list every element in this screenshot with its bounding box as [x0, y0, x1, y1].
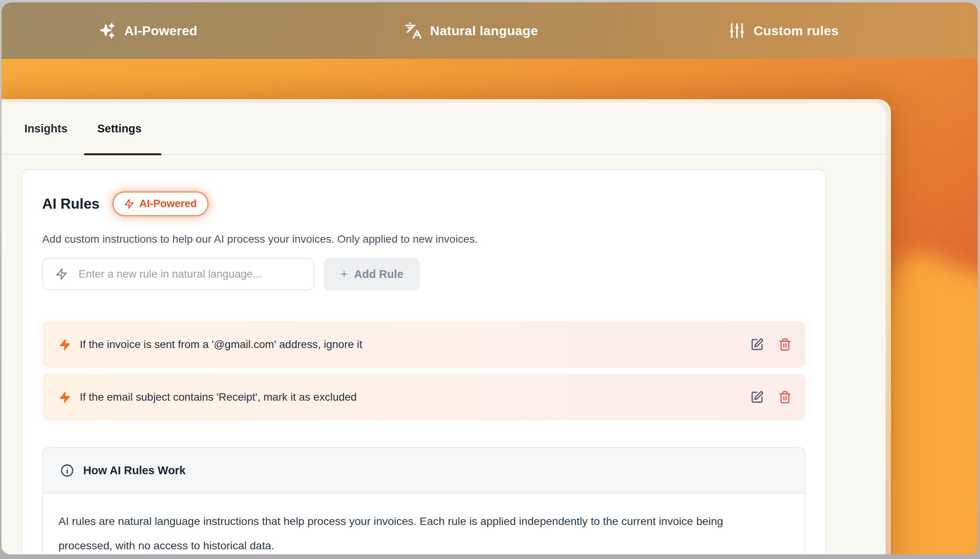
ai-rules-card: AI Rules AI-Powered Add custom instructi… — [21, 169, 826, 554]
zap-icon — [58, 338, 71, 351]
info-icon — [60, 463, 74, 478]
feature-custom-rules: Custom rules — [728, 2, 839, 59]
zap-icon — [55, 268, 68, 280]
languages-icon — [404, 22, 422, 39]
sliders-icon — [728, 22, 746, 39]
settings-content: AI Rules AI-Powered Add custom instructi… — [2, 155, 886, 554]
ai-rules-header: AI Rules AI-Powered — [42, 192, 805, 216]
rule-text: If the invoice is sent from a '@gmail.co… — [80, 338, 742, 351]
app-window: Insights Settings AI Rules AI-Powered — [2, 99, 891, 554]
feature-label: Natural language — [430, 23, 538, 38]
trash-icon[interactable] — [778, 391, 792, 404]
rule-actions — [750, 338, 792, 351]
edit-icon[interactable] — [750, 391, 764, 404]
how-rules-work-body: AI rules are natural language instructio… — [43, 494, 794, 554]
active-tab-underline — [84, 153, 161, 155]
rules-list: If the invoice is sent from a '@gmail.co… — [42, 321, 805, 420]
feature-ai-powered: AI-Powered — [99, 2, 197, 59]
tab-settings[interactable]: Settings — [97, 122, 141, 135]
tab-bar: Insights Settings — [2, 103, 886, 155]
how-rules-work-box: How AI Rules Work AI rules are natural l… — [42, 447, 805, 554]
feature-label: AI-Powered — [124, 23, 197, 38]
plus-icon: + — [340, 267, 348, 280]
rule-row: If the invoice is sent from a '@gmail.co… — [42, 321, 805, 368]
how-rules-work-header: How AI Rules Work — [43, 448, 805, 494]
feature-bar: AI-Powered Natural language Custom rules — [2, 2, 978, 59]
rule-row: If the email subject contains 'Receipt',… — [42, 374, 805, 420]
rule-input[interactable] — [42, 258, 314, 290]
feature-label: Custom rules — [754, 23, 839, 38]
how-rules-work-title: How AI Rules Work — [83, 464, 185, 477]
tab-insights[interactable]: Insights — [24, 122, 67, 135]
add-rule-button[interactable]: + Add Rule — [324, 258, 420, 290]
sparkles-icon — [99, 22, 117, 39]
badge-label: AI-Powered — [139, 198, 197, 210]
rule-actions — [750, 391, 792, 404]
rule-input-wrap — [42, 258, 314, 290]
ai-powered-badge: AI-Powered — [113, 192, 208, 216]
rule-input-row: + Add Rule — [42, 258, 805, 290]
trash-icon[interactable] — [778, 338, 792, 351]
app-window-content: Insights Settings AI Rules AI-Powered — [2, 103, 886, 554]
zap-icon — [58, 391, 71, 404]
ai-rules-description: Add custom instructions to help our AI p… — [42, 233, 805, 245]
zap-icon — [124, 199, 134, 209]
ai-rules-title: AI Rules — [42, 196, 99, 212]
screen: AI-Powered Natural language Custom rules… — [2, 2, 978, 554]
edit-icon[interactable] — [750, 338, 764, 351]
rule-text: If the email subject contains 'Receipt',… — [80, 391, 742, 403]
feature-natural-language: Natural language — [404, 2, 538, 59]
add-rule-label: Add Rule — [354, 268, 403, 281]
